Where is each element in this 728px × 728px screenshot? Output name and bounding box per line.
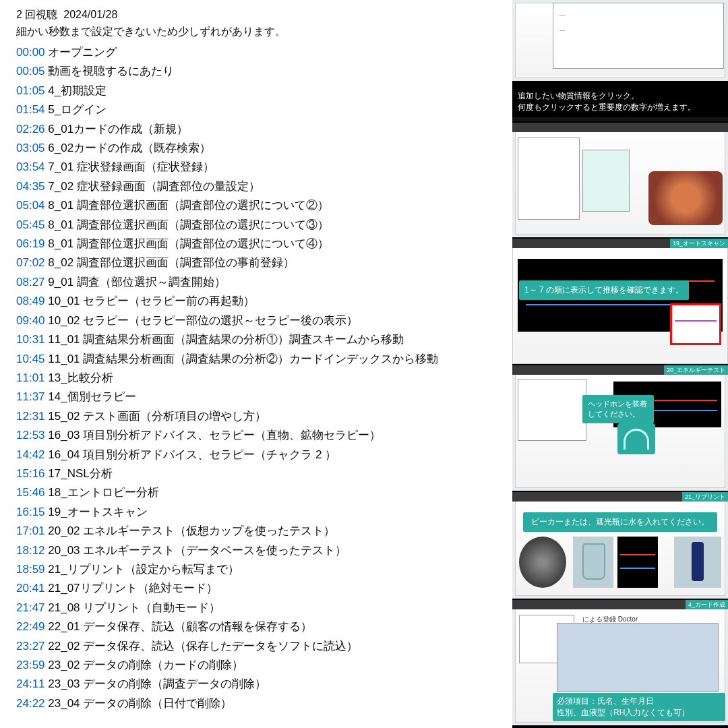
chapter-label: 21_リプリント（設定から転写まで） (45, 563, 239, 576)
chapter-row: 17:01 20_02 エネルギーテスト（仮想カップを使ったテスト） (16, 522, 508, 541)
chapter-label: 7_01 症状登録画面（症状登録） (45, 160, 214, 173)
chapter-label: 8_01 調査部位選択画面（調査部位の選択について④） (45, 237, 329, 250)
timestamp-link[interactable]: 01:54 (16, 103, 45, 116)
chapter-row: 18:12 20_03 エネルギーテスト（データベースを使ったテスト） (16, 541, 508, 560)
chapter-label: 7_02 症状登録画面（調査部位の量設定） (45, 180, 260, 193)
timestamp-link[interactable]: 03:54 (16, 160, 45, 173)
chapter-row: 11:01 13_比較分析 (16, 369, 508, 388)
timestamp-link[interactable]: 03:05 (16, 142, 45, 154)
chapter-label: 22_01 データ保存、読込（顧客の情報を保存する） (45, 620, 313, 633)
timestamp-link[interactable]: 23:59 (16, 659, 45, 671)
anatomy-image-icon (648, 171, 723, 225)
timestamp-link[interactable]: 15:16 (16, 467, 45, 480)
chapter-row: 05:45 8_01 調査部位選択画面（調査部位の選択について③） (16, 216, 508, 235)
timestamp-link[interactable]: 21:47 (16, 601, 45, 614)
timestamp-link[interactable]: 08:49 (16, 295, 45, 307)
chapter-label: 21_08 リプリント（自動モード） (45, 601, 221, 614)
timestamp-link[interactable]: 10:31 (16, 333, 45, 346)
overlay-tag: ヘッドホンを装着してください。 (582, 395, 654, 423)
headphones-icon (617, 423, 655, 454)
timestamp-link[interactable]: 05:45 (16, 218, 45, 231)
thumbnail-2 (512, 123, 728, 237)
chapter-label: 17_NSL分析 (45, 467, 113, 480)
chapter-row: 02:26 6_01カードの作成（新規） (16, 120, 508, 139)
timestamp-link[interactable]: 11:01 (16, 371, 45, 384)
chapter-row: 10:45 11_01 調査結果分析画面（調査結果の分析②）カードインデックスか… (16, 350, 508, 369)
timestamp-link[interactable]: 06:19 (16, 237, 45, 250)
timestamp-link[interactable]: 10:45 (16, 353, 45, 365)
chapter-row: 21:47 21_08 リプリント（自動モード） (16, 599, 508, 617)
chapter-row: 20:41 21_07リプリント（絶対モード） (16, 579, 508, 598)
player-controls-icon (512, 117, 728, 121)
form-label: による登録 Doctor (582, 615, 638, 624)
chapter-label: 20_02 エネルギーテスト（仮想カップを使ったテスト） (45, 524, 336, 537)
timestamp-link[interactable]: 18:59 (16, 563, 45, 576)
overlay-tag: 必須項目：氏名、生年月日 性別、血液型（RH入力なくても可） (553, 693, 725, 721)
chapter-row: 22:49 22_01 データ保存、読込（顧客の情報を保存する） (16, 617, 508, 636)
thumbnail-0: — — (512, 0, 728, 81)
timestamp-link[interactable]: 22:49 (16, 620, 45, 633)
chapter-label: 8_01 調査部位選択画面（調査部位の選択について③） (45, 218, 329, 231)
timestamp-link[interactable]: 04:35 (16, 180, 45, 193)
timestamp-link[interactable]: 07:02 (16, 256, 45, 269)
overlay-tag: 1～ 7 の順に表示して推移を確認できます。 (519, 280, 689, 300)
timestamp-link[interactable]: 24:11 (16, 677, 45, 690)
caption-line-1: 追加したい物質情報をクリック。 (518, 90, 728, 102)
chapter-label: 8_01 調査部位選択画面（調査部位の選択について②） (45, 199, 329, 212)
timestamp-link[interactable]: 24:22 (16, 697, 45, 710)
bottle-photo-icon (674, 537, 721, 588)
timestamp-link[interactable]: 11:37 (16, 390, 45, 403)
chapter-label: 16_04 項目別分析アドバイス、セラピー（チャクラ 2 ） (45, 448, 337, 461)
zoom-box-icon (670, 303, 721, 345)
chapter-label: 動画を視聴するにあたり (45, 65, 175, 78)
timestamp-link[interactable]: 18:12 (16, 544, 45, 557)
eye-image-icon (519, 537, 566, 588)
video-meta: 2 回視聴 2024/01/28 (16, 8, 508, 22)
timestamp-link[interactable]: 05:04 (16, 199, 45, 212)
chapter-row: 03:05 6_02カードの作成（既存検索） (16, 139, 508, 158)
timestamp-link[interactable]: 02:26 (16, 123, 45, 135)
chapter-row: 10:31 11_01 調査結果分析画面（調査結果の分析①）調査スキームから移動 (16, 330, 508, 349)
chapter-row: 06:19 8_01 調査部位選択画面（調査部位の選択について④） (16, 235, 508, 253)
chapter-row: 18:59 21_リプリント（設定から転写まで） (16, 560, 508, 579)
timestamp-link[interactable]: 00:05 (16, 65, 45, 78)
beaker-photo-icon (573, 537, 613, 588)
timestamp-link[interactable]: 01:05 (16, 84, 45, 97)
chapter-label: 4_初期設定 (45, 84, 107, 97)
chapter-label: 9_01 調査（部位選択～調査開始） (45, 276, 226, 289)
chapter-row: 01:54 5_ログイン (16, 100, 508, 119)
timestamp-link[interactable]: 15:46 (16, 486, 45, 499)
chapter-row: 23:59 23_02 データの削除（カードの削除） (16, 656, 508, 675)
chapter-row: 24:11 23_03 データの削除（調査データの削除） (16, 675, 508, 694)
timestamp-link[interactable]: 14:42 (16, 448, 45, 461)
chapter-label: 8_02 調査部位選択画面（調査部位の事前登録） (45, 256, 295, 269)
timestamp-link[interactable]: 12:53 (16, 429, 45, 442)
thumbnail-1-caption: 追加したい物質情報をクリック。 何度もクリックすると重要度の数字が増えます。 (512, 82, 728, 121)
thumbnail-6: 4_カード作成 による登録 Doctor 必須項目：氏名、生年月日 性別、血液型… (512, 600, 728, 725)
chapter-row: 14:42 16_04 項目別分析アドバイス、セラピー（チャクラ 2 ） (16, 446, 508, 464)
chapter-row: 03:54 7_01 症状登録画面（症状登録） (16, 158, 508, 177)
chapter-label: 20_03 エネルギーテスト（データベースを使ったテスト） (45, 544, 347, 557)
timestamp-link[interactable]: 16:15 (16, 506, 45, 518)
thumbnail-4: 20_エネルギーテスト ヘッドホンを装着してください。 (512, 365, 728, 491)
timestamp-link[interactable]: 23:27 (16, 640, 45, 653)
timestamp-link[interactable]: 12:31 (16, 410, 45, 423)
thumbnail-stack: — — 追加したい物質情報をクリック。 何度もクリックすると重要度の数字が増えま… (512, 0, 728, 728)
description-text: 細かい秒数まで設定できないため少しずれがあります。 (16, 25, 508, 39)
chapter-label: 10_01 セラピー（セラピー前の再起動） (45, 295, 255, 307)
description-panel: 2 回視聴 2024/01/28 細かい秒数まで設定できないため少しずれがありま… (0, 0, 512, 728)
caption-line-2: 何度もクリックすると重要度の数字が増えます。 (518, 102, 728, 113)
timestamp-link[interactable]: 00:00 (16, 46, 45, 59)
thumbnail-3: 19_オートスキャン 1～ 7 の順に表示して推移を確認できます。 (512, 239, 728, 364)
chapter-label: 23_03 データの削除（調査データの削除） (45, 677, 267, 690)
chapter-list: 00:00 オープニング00:05 動画を視聴するにあたり01:05 4_初期設… (16, 43, 508, 713)
timestamp-link[interactable]: 08:27 (16, 276, 45, 289)
timestamp-link[interactable]: 09:40 (16, 314, 45, 327)
timestamp-link[interactable]: 20:41 (16, 582, 45, 595)
chapter-row: 00:05 動画を視聴するにあたり (16, 62, 508, 81)
chapter-label: 6_01カードの作成（新規） (45, 123, 189, 135)
chapter-row: 07:02 8_02 調査部位選択画面（調査部位の事前登録） (16, 253, 508, 272)
chapter-row: 12:31 15_02 テスト画面（分析項目の増やし方） (16, 407, 508, 426)
chapter-row: 16:15 19_オートスキャン (16, 503, 508, 522)
timestamp-link[interactable]: 17:01 (16, 524, 45, 537)
